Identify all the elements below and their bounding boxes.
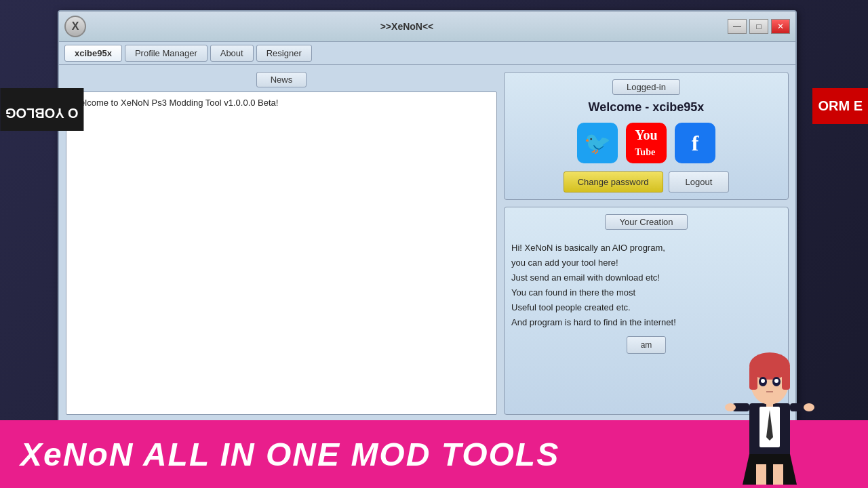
anime-character <box>712 329 827 485</box>
your-creation-header: Your Creation <box>605 214 687 230</box>
tab-bar: xcibe95x Profile Manager About Resigner <box>59 42 795 65</box>
svg-point-12 <box>774 379 778 383</box>
svg-point-17 <box>804 403 814 411</box>
side-label-left: BLOG O YO <box>0 88 83 131</box>
logged-in-header: Logged-in <box>612 79 680 95</box>
news-box: Welcome to XeNoN Ps3 Modding Tool v1.0.0… <box>66 92 497 415</box>
title-bar: X >>XeNoN<< — □ ✕ <box>59 12 795 42</box>
tab-xcibe95x[interactable]: xcibe95x <box>64 45 122 62</box>
window-controls: — □ ✕ <box>728 19 790 34</box>
logout-button[interactable]: Logout <box>669 171 730 192</box>
svg-point-11 <box>761 379 765 383</box>
welcome-text: Welcome - xcibe95x <box>511 100 781 115</box>
creation-am-button[interactable]: am <box>627 336 667 354</box>
svg-rect-8 <box>753 359 787 373</box>
logged-in-section: Logged-in Welcome - xcibe95x 🐦 YouTube f… <box>504 72 789 200</box>
creation-text: Hi! XeNoN is basically an AIO program, y… <box>511 241 781 331</box>
news-header: News <box>256 72 307 87</box>
news-content: Welcome to XeNoN Ps3 Modding Tool v1.0.0… <box>72 98 278 108</box>
svg-point-16 <box>725 403 736 411</box>
maximize-button[interactable]: □ <box>749 19 768 34</box>
left-panel: News Welcome to XeNoN Ps3 Modding Tool v… <box>66 72 497 415</box>
side-label-right: ORM E <box>812 88 868 124</box>
svg-rect-19 <box>756 464 766 485</box>
creation-header-wrap: Your Creation <box>511 214 781 235</box>
close-button[interactable]: ✕ <box>771 19 790 34</box>
action-buttons: Change password Logout <box>511 171 781 192</box>
change-password-button[interactable]: Change password <box>564 171 663 192</box>
main-window: X >>XeNoN<< — □ ✕ xcibe95x Profile Manag… <box>58 10 797 430</box>
social-icons: 🐦 YouTube f <box>511 123 781 163</box>
title-bar-left: X <box>64 16 86 37</box>
close-x-button[interactable]: X <box>64 16 86 37</box>
window-title: >>XeNoN<< <box>86 21 728 32</box>
tab-resigner[interactable]: Resigner <box>256 45 312 62</box>
twitter-icon[interactable]: 🐦 <box>577 123 618 163</box>
minimize-button[interactable]: — <box>728 19 747 34</box>
facebook-icon[interactable]: f <box>675 123 715 163</box>
svg-marker-18 <box>743 454 797 485</box>
tab-profile-manager[interactable]: Profile Manager <box>125 45 208 62</box>
bottom-banner-text: XeNoN ALL IN ONE MOD TOOLS <box>20 436 559 473</box>
svg-rect-20 <box>773 464 783 485</box>
o-yo-label: O YO <box>45 105 79 121</box>
tab-about[interactable]: About <box>210 45 254 62</box>
youtube-icon[interactable]: YouTube <box>626 123 667 163</box>
content-area: News Welcome to XeNoN Ps3 Modding Tool v… <box>59 65 795 422</box>
blog-label: BLOG <box>5 105 45 121</box>
orm-e-label: ORM E <box>818 98 863 114</box>
